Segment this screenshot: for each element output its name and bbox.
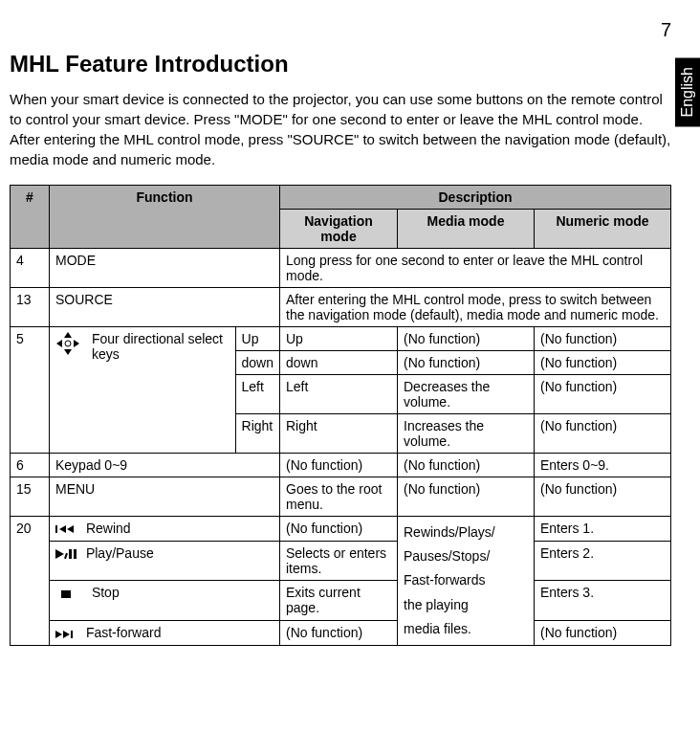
page-number: 7 xyxy=(10,19,671,41)
cell-number: 6 xyxy=(11,454,50,477)
cell-numeric: (No function) xyxy=(535,477,671,517)
cell-numeric: Enters 2. xyxy=(535,541,671,581)
subheader-numeric: Numeric mode xyxy=(535,210,671,249)
rewind-icon xyxy=(55,521,82,536)
svg-rect-12 xyxy=(61,590,71,598)
cell-function: MODE xyxy=(50,249,280,288)
cell-function: MENU xyxy=(50,477,280,517)
fast-forward-icon xyxy=(55,625,82,640)
cell-function: Fast-forward xyxy=(50,621,280,646)
svg-marker-0 xyxy=(64,332,72,338)
svg-marker-1 xyxy=(64,349,72,355)
svg-marker-13 xyxy=(55,631,62,638)
cell-number: 4 xyxy=(11,249,50,288)
table-row: Stop Exits current page. Enters 3. xyxy=(11,581,671,621)
subheader-media: Media mode xyxy=(398,210,535,249)
cell-nav: Right xyxy=(280,414,398,454)
cell-function-icon: Four directional select keys xyxy=(50,327,236,454)
svg-marker-7 xyxy=(67,525,74,533)
svg-rect-15 xyxy=(71,631,73,638)
cell-media: (No function) xyxy=(398,477,535,517)
table-row: Play/Pause Selects or enters items. Ente… xyxy=(11,541,671,581)
intro-paragraph: When your smart device is connected to t… xyxy=(10,89,671,169)
cell-nav: (No function) xyxy=(280,621,398,646)
cell-numeric: (No function) xyxy=(535,414,671,454)
language-tab: English xyxy=(675,57,700,126)
cell-function: Play/Pause xyxy=(50,541,280,581)
cell-subfunction: Left xyxy=(235,375,279,414)
svg-marker-2 xyxy=(56,340,62,347)
cell-number: 15 xyxy=(11,477,50,517)
play-pause-icon xyxy=(55,545,82,561)
svg-marker-3 xyxy=(74,340,79,347)
cell-nav: Goes to the root menu. xyxy=(280,477,398,517)
table-row: 4 MODE Long press for one second to ente… xyxy=(11,249,671,288)
subheader-navigation: Navigation mode xyxy=(280,210,398,249)
cell-function-label: Four directional select keys xyxy=(92,331,230,362)
table-row: Fast-forward (No function) (No function) xyxy=(11,621,671,646)
table-row: 15 MENU Goes to the root menu. (No funct… xyxy=(11,477,671,517)
cell-nav: Exits current page. xyxy=(280,581,398,621)
cell-numeric: Enters 3. xyxy=(535,581,671,621)
svg-rect-5 xyxy=(55,525,57,533)
svg-point-4 xyxy=(65,341,71,346)
cell-description: After entering the MHL control mode, pre… xyxy=(280,288,671,327)
cell-numeric: (No function) xyxy=(535,375,671,414)
table-row: 5 Four directional select keys xyxy=(11,327,671,351)
svg-marker-6 xyxy=(59,525,66,533)
svg-marker-14 xyxy=(63,631,70,638)
cell-subfunction: Up xyxy=(235,327,279,351)
header-number: # xyxy=(11,186,50,249)
svg-rect-11 xyxy=(74,549,77,559)
stop-icon xyxy=(55,585,88,600)
cell-function-label: Rewind xyxy=(86,521,131,536)
svg-rect-10 xyxy=(69,549,72,559)
cell-numeric: (No function) xyxy=(535,327,671,351)
cell-nav: (No function) xyxy=(280,517,398,542)
cell-number: 5 xyxy=(11,327,50,454)
cell-media: Decreases the volume. xyxy=(398,375,535,414)
cell-numeric: (No function) xyxy=(535,621,671,646)
cell-media: (No function) xyxy=(398,351,535,375)
table-row: 20 Rewind (No function) Rewinds/Plays/ P… xyxy=(11,517,671,542)
cell-numeric: Enters 0~9. xyxy=(535,454,671,477)
cell-function-label: Play/Pause xyxy=(86,545,154,561)
page-title: MHL Feature Introduction xyxy=(10,51,671,78)
cell-function-label: Stop xyxy=(92,585,120,600)
cell-nav: (No function) xyxy=(280,454,398,477)
cell-function-label: Fast-forward xyxy=(86,625,162,640)
header-function: Function xyxy=(50,186,280,249)
cell-function: Stop xyxy=(50,581,280,621)
cell-numeric: (No function) xyxy=(535,351,671,375)
cell-number: 13 xyxy=(11,288,50,327)
cell-media: Rewinds/Plays/ Pauses/Stops/ Fast-forwar… xyxy=(398,517,535,646)
cell-function: Keypad 0~9 xyxy=(50,454,280,477)
cell-media: (No function) xyxy=(398,327,535,351)
cell-function: SOURCE xyxy=(50,288,280,327)
cell-nav: Selects or enters items. xyxy=(280,541,398,581)
table-row: 6 Keypad 0~9 (No function) (No function)… xyxy=(11,454,671,477)
cell-number: 20 xyxy=(11,517,50,646)
cell-nav: down xyxy=(280,351,398,375)
cell-description: Long press for one second to enter or le… xyxy=(280,249,671,288)
feature-table: # Function Description Navigation mode M… xyxy=(10,185,671,646)
table-row: 13 SOURCE After entering the MHL control… xyxy=(11,288,671,327)
cell-numeric: Enters 1. xyxy=(535,517,671,542)
cell-subfunction: Right xyxy=(235,414,279,454)
header-description: Description xyxy=(280,186,671,210)
cell-media: Increases the volume. xyxy=(398,414,535,454)
cell-nav: Left xyxy=(280,375,398,414)
cell-nav: Up xyxy=(280,327,398,351)
svg-marker-8 xyxy=(55,549,64,559)
dpad-icon xyxy=(55,331,80,356)
cell-media: (No function) xyxy=(398,454,535,477)
svg-rect-9 xyxy=(64,553,68,559)
cell-function: Rewind xyxy=(50,517,280,542)
cell-subfunction: down xyxy=(235,351,279,375)
